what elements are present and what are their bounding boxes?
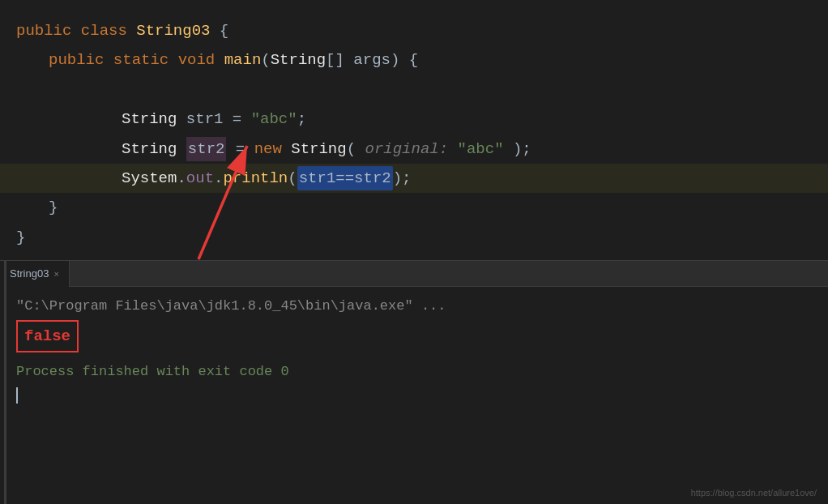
cursor-blink <box>16 387 18 404</box>
param-args: args <box>353 48 391 72</box>
param-hint-original: original: <box>365 137 449 161</box>
out-field: out <box>186 166 214 190</box>
code-line-2: public static void main(String[] args) { <box>0 45 828 75</box>
console-area: String03 × "C:\Program Files\java\jdk1.8… <box>0 260 828 504</box>
str1-eq-str2-highlight: str1==str2 <box>297 166 393 190</box>
console-cmd-line: "C:\Program Files\java\jdk1.8.0_45\bin\j… <box>16 295 812 318</box>
paren-close2: ); <box>504 137 531 161</box>
code-line-6: System.out.println(str1==str2); <box>0 164 828 193</box>
paren-println: ( <box>288 166 297 190</box>
keyword-public: public <box>16 19 81 43</box>
closing-brace-inner: } <box>49 195 58 220</box>
console-result-line: false <box>16 318 812 354</box>
method-main: main <box>224 48 262 72</box>
equals2: = <box>226 137 254 161</box>
string-abc1: "abc" <box>251 107 297 131</box>
console-output: "C:\Program Files\java\jdk1.8.0_45\bin\j… <box>0 287 828 416</box>
paren-new: ( <box>347 137 365 161</box>
code-line-3 <box>0 75 828 105</box>
keyword-new: new <box>254 137 292 161</box>
semi1: ; <box>297 107 306 131</box>
paren-open: ( <box>261 48 270 72</box>
console-cursor-line <box>16 384 812 408</box>
equals1: = <box>233 107 251 131</box>
keyword-void: void <box>178 48 224 72</box>
classname-string03: String03 <box>136 19 210 43</box>
console-tab-bar: String03 × <box>0 261 828 287</box>
var-str2: str2 <box>186 137 227 161</box>
empty-line <box>49 78 58 102</box>
dot2: . <box>214 166 223 190</box>
println-method: println <box>223 166 288 190</box>
type-string1: String <box>122 107 186 131</box>
console-tab-string03[interactable]: String03 × <box>0 261 70 287</box>
keyword-public2: public <box>49 48 113 72</box>
brace-open: { <box>210 19 228 43</box>
code-line-8: } <box>0 223 828 252</box>
type-string-new: String <box>291 137 346 161</box>
var-str1: str1 <box>186 107 233 131</box>
dot1: . <box>177 166 186 190</box>
string-abc2: "abc" <box>458 137 504 161</box>
code-line-1: public class String03 { <box>0 16 828 45</box>
false-result-box: false <box>16 320 79 352</box>
type-string-arr: String <box>271 48 326 72</box>
brackets: [] <box>326 48 353 72</box>
console-process-line: Process finished with exit code 0 <box>16 361 812 384</box>
code-line-4: String str1 = "abc"; <box>0 105 828 134</box>
code-editor: public class String03 { public static vo… <box>0 0 828 260</box>
code-line-5: String str2 = new String( original: "abc… <box>0 135 828 164</box>
console-tab-close-icon[interactable]: × <box>53 269 58 279</box>
keyword-class: class <box>81 19 136 43</box>
space-hint <box>448 137 457 161</box>
code-line-7: } <box>0 193 828 222</box>
watermark: https://blog.csdn.net/allure1ove/ <box>691 488 817 498</box>
paren-println-close-semi: ); <box>393 166 412 190</box>
closing-brace-outer: } <box>16 225 25 250</box>
system-class: System <box>122 166 177 190</box>
keyword-static: static <box>113 48 178 72</box>
paren-close-brace: ) { <box>391 48 418 72</box>
type-string2: String <box>122 137 186 161</box>
console-tab-label: String03 <box>10 267 49 280</box>
